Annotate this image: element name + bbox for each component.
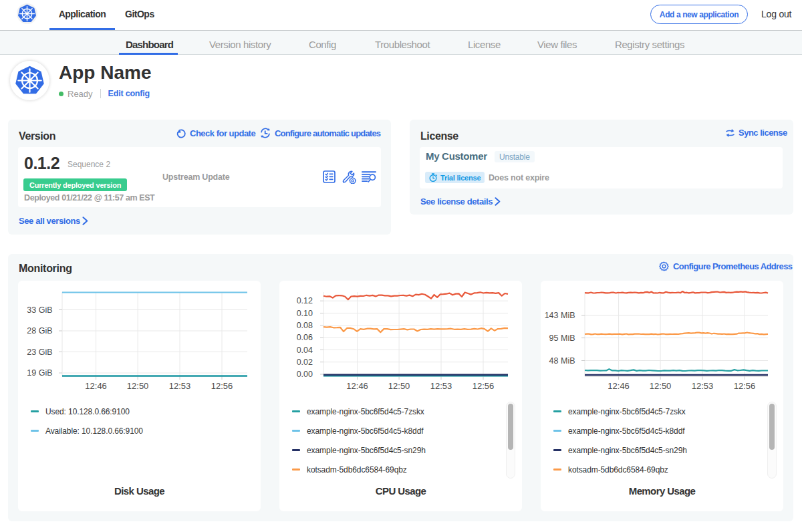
svg-text:12:46: 12:46: [346, 381, 368, 391]
svg-text:19 GiB: 19 GiB: [27, 368, 52, 378]
svg-text:0.00: 0.00: [297, 370, 313, 379]
svg-text:12:50: 12:50: [127, 381, 149, 391]
svg-text:12:56: 12:56: [734, 381, 756, 391]
svg-text:12:50: 12:50: [650, 381, 672, 391]
svg-text:28 GiB: 28 GiB: [27, 326, 52, 336]
svg-text:12:53: 12:53: [692, 381, 714, 391]
svg-text:12:53: 12:53: [169, 381, 191, 391]
svg-text:12:46: 12:46: [608, 381, 630, 391]
svg-text:12:56: 12:56: [473, 381, 495, 391]
svg-text:0.02: 0.02: [297, 358, 313, 367]
svg-text:95 MiB: 95 MiB: [549, 334, 575, 343]
svg-text:12:46: 12:46: [85, 381, 107, 391]
svg-text:143 MiB: 143 MiB: [545, 311, 575, 320]
svg-text:0.12: 0.12: [297, 296, 313, 305]
svg-text:33 GiB: 33 GiB: [27, 305, 52, 315]
svg-text:12:50: 12:50: [388, 381, 410, 391]
svg-text:0.10: 0.10: [297, 309, 313, 318]
svg-text:12:56: 12:56: [211, 381, 233, 391]
svg-text:0.06: 0.06: [297, 333, 313, 342]
svg-text:23 GiB: 23 GiB: [27, 348, 52, 357]
svg-text:0.08: 0.08: [297, 321, 313, 330]
svg-text:48 MiB: 48 MiB: [549, 356, 575, 366]
svg-text:0.04: 0.04: [297, 346, 313, 355]
svg-text:12:53: 12:53: [430, 381, 452, 391]
